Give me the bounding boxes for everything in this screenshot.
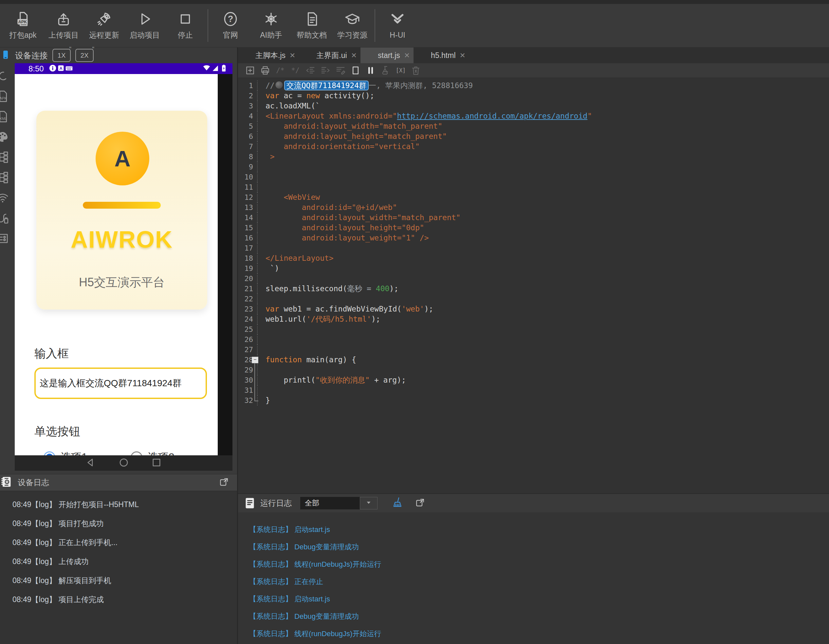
tab-close-icon[interactable]: × (460, 51, 465, 60)
log-filter-arrow[interactable] (360, 497, 378, 509)
stop-button[interactable]: 停止 (165, 6, 206, 45)
toolbar-separator (375, 9, 375, 42)
code-line: 30 printl("收到你的消息" + arg); (238, 375, 829, 385)
code-seg-selected: 交流QQ群711841924群 (284, 80, 369, 90)
pack-apk-button[interactable]: APK打包apk (3, 6, 43, 45)
run-log-list[interactable]: 【系统日志】 启动start.js【系统日志】 Debug变量清理成功【系统日志… (238, 512, 829, 644)
help-docs-button[interactable]: 帮助文档 (292, 6, 332, 45)
remote-update-label: 远程更新 (89, 30, 119, 40)
code-line: 21sleep.millisecond(毫秒 = 400); (238, 284, 829, 294)
usb-cable-icon[interactable] (0, 212, 9, 225)
tab-close-icon[interactable]: × (290, 51, 295, 60)
code-line: 25 (238, 324, 829, 335)
phone-input[interactable]: 这是输入框交流QQ群711841924群 (35, 368, 207, 399)
line-number: 5 (238, 121, 257, 131)
code-text: </LinearLayout> (257, 253, 829, 264)
learn-resources-label: 学习资源 (337, 30, 367, 40)
code-seg-kw: new (306, 92, 320, 100)
svg-text:APK: APK (0, 96, 7, 100)
add-square-button[interactable] (243, 64, 258, 77)
tab-主界面.ui[interactable]: 主界面.ui× (299, 47, 361, 63)
printer-button[interactable] (258, 64, 273, 77)
code-seg-xml: android:layout_weight="1" /> (266, 234, 429, 242)
run-log-popout-icon[interactable] (415, 497, 425, 509)
line-number: 19 (238, 264, 257, 273)
code-seg-xml: android:layout_width="match_parent" (266, 213, 460, 222)
tab-close-icon[interactable]: × (351, 51, 356, 60)
tab-label: start.js (378, 51, 400, 60)
zoom-1x-button[interactable]: 1X (52, 49, 71, 62)
wifi-icon[interactable] (0, 191, 9, 204)
pack-apk-label: 打包apk (9, 30, 36, 40)
palette-icon[interactable] (0, 130, 9, 144)
indent-button[interactable] (318, 64, 333, 77)
comment-close-button[interactable]: */ (288, 64, 303, 77)
code-text (257, 182, 829, 192)
back-nav-icon[interactable] (85, 456, 97, 470)
pause-button[interactable] (363, 64, 378, 77)
device-log-list[interactable]: 08:49【log】 开始打包项目--H5HTML08:49【log】 项目打包… (0, 491, 237, 644)
layout-box-icon[interactable] (0, 232, 9, 245)
wifi-icon (202, 64, 211, 74)
recents-nav-icon[interactable] (150, 456, 163, 470)
battery-icon (219, 64, 228, 74)
xml-file-icon[interactable]: XML (0, 110, 9, 123)
code-seg-plain: ac = (279, 92, 306, 100)
tab-主脚本.js[interactable]: 主脚本.js× (238, 47, 299, 63)
device-log-icon (0, 476, 13, 489)
learn-resources-button[interactable]: 学习资源 (332, 6, 373, 45)
run-log-title: 运行日志 (260, 498, 292, 508)
radio-option-2[interactable] (131, 451, 142, 455)
line-number: 12 (238, 192, 257, 202)
tab-h5.html[interactable]: h5.html× (413, 47, 469, 63)
trash-button[interactable] (408, 64, 423, 77)
line-number: 25 (238, 324, 257, 335)
stop-rect-button[interactable] (348, 64, 363, 77)
connect-arc-icon[interactable] (0, 69, 9, 82)
clear-vars-button[interactable]: [X] (393, 64, 408, 77)
run-project-button[interactable]: 启动项目 (125, 6, 165, 45)
code-text: `) (257, 264, 829, 273)
home-nav-icon[interactable] (118, 456, 130, 470)
code-seg-link: http://schemas.android.com/apk/res/andro… (397, 112, 588, 120)
ai-assistant-button[interactable]: AI助手 (251, 6, 292, 45)
hierarchy-icon[interactable] (0, 151, 9, 164)
line-number: 17 (238, 243, 257, 253)
comment-open-button[interactable]: /* (273, 64, 288, 77)
line-number: 26 (238, 335, 257, 345)
zoom-2x-button[interactable]: 2X (75, 49, 94, 62)
code-line: 32} (238, 395, 829, 406)
code-line: 24web1.url('/代码/h5.html'); (238, 314, 829, 324)
hierarchy2-icon[interactable] (0, 171, 9, 184)
apk-file-icon[interactable]: APK (0, 90, 9, 103)
window-top-strip (0, 0, 829, 4)
outdent-button[interactable] (303, 64, 318, 77)
upload-project-button[interactable]: 上传项目 (43, 6, 84, 45)
flask-button[interactable] (378, 64, 393, 77)
clear-log-icon[interactable] (391, 496, 404, 510)
line-number: 20 (238, 273, 257, 284)
tab-start.js[interactable]: start.js× (361, 47, 413, 63)
code-editor[interactable]: 1//交流QQ群711841924群一, 苹果内测群, 5288166392va… (238, 78, 829, 493)
radio-option-2-label: 选项2 (148, 450, 175, 455)
h-ui-button[interactable]: H-UI (377, 6, 418, 45)
format-button[interactable] (333, 64, 348, 77)
fold-collapse-icon[interactable]: − (252, 357, 258, 363)
official-site-button[interactable]: ?官网 (210, 6, 251, 45)
js-file-icon (366, 51, 375, 60)
popout-icon[interactable] (219, 477, 229, 488)
phone-mirror[interactable]: 8:50 A A AIWROK H5交互演示平台 (15, 63, 232, 471)
run-log-header: 运行日志 全部 (238, 493, 829, 512)
code-text: android:layout_height="match_parent" (257, 131, 829, 142)
code-seg-plain: web1 = ac.findWebViewById( (279, 305, 402, 313)
radio-option-1[interactable] (44, 451, 55, 455)
code-seg-plain: main(arg) { (302, 355, 356, 364)
code-seg-str: '/代码/h5.html' (306, 315, 371, 323)
remote-update-button[interactable]: 远程更新 (84, 6, 125, 45)
line-number: 10 (238, 172, 257, 182)
tab-label: 主界面.ui (316, 51, 347, 61)
log-filter-dropdown[interactable]: 全部 (300, 497, 360, 509)
phone-screen[interactable]: A AIWROK H5交互演示平台 输入框 这是输入框交流QQ群71184192… (15, 74, 218, 455)
tab-close-icon[interactable]: × (404, 51, 410, 60)
code-line: 19 `) (238, 264, 829, 273)
